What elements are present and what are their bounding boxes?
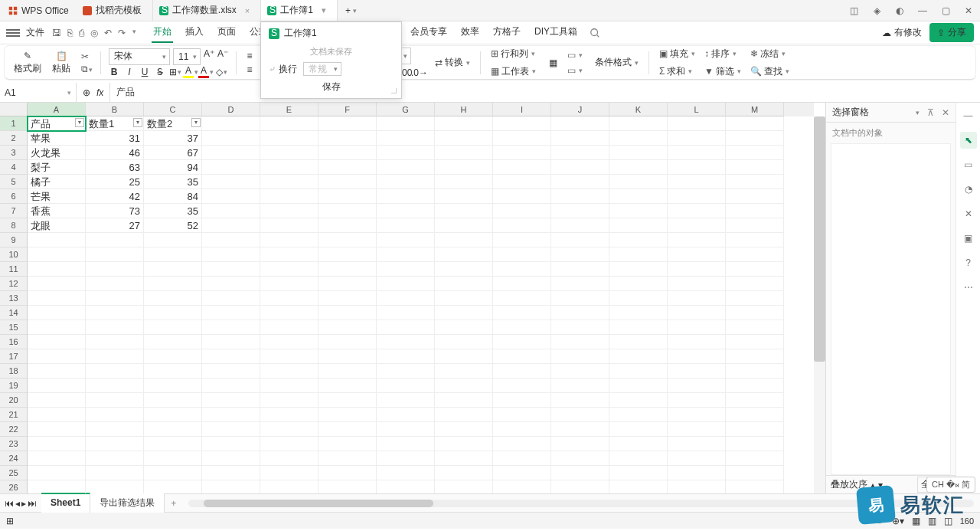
cell[interactable] xyxy=(86,247,144,262)
cell[interactable] xyxy=(318,349,377,364)
cell[interactable] xyxy=(668,233,726,247)
underline-icon[interactable]: U xyxy=(139,67,150,77)
cell[interactable]: 25 xyxy=(86,175,144,189)
cell[interactable] xyxy=(551,146,609,160)
row-header[interactable]: 10 xyxy=(0,247,28,262)
cell[interactable] xyxy=(668,437,726,451)
cell[interactable] xyxy=(377,247,435,262)
row-header[interactable]: 5 xyxy=(0,175,28,189)
cell[interactable] xyxy=(318,116,377,131)
cell[interactable] xyxy=(28,408,86,422)
cell[interactable] xyxy=(609,379,668,393)
cell[interactable] xyxy=(144,233,202,247)
panel-close-icon[interactable]: ✕ xyxy=(942,107,949,118)
cell[interactable] xyxy=(202,437,260,451)
rail-select-icon[interactable]: ⬉ xyxy=(960,132,977,149)
cell[interactable] xyxy=(493,408,551,422)
cell[interactable] xyxy=(86,422,144,437)
sheet-first-icon[interactable]: ⏮ xyxy=(5,498,14,509)
cell[interactable] xyxy=(726,175,784,189)
popup-save-button[interactable]: 保存 xyxy=(261,79,401,95)
comma-icon[interactable]: ,00 xyxy=(400,67,411,78)
cell[interactable] xyxy=(28,451,86,466)
paste-button[interactable]: 📋 粘贴 xyxy=(49,49,74,77)
cell[interactable] xyxy=(551,364,609,379)
column-header[interactable]: D xyxy=(202,103,260,116)
cell[interactable] xyxy=(609,262,668,277)
row-header[interactable]: 23 xyxy=(0,437,28,451)
cell[interactable] xyxy=(86,451,144,466)
cell[interactable] xyxy=(435,349,493,364)
cell-style-button[interactable]: ▭▾ xyxy=(565,48,585,62)
cell[interactable] xyxy=(202,364,260,379)
cell[interactable] xyxy=(377,277,435,291)
cell[interactable]: 37 xyxy=(144,131,202,146)
win-cube-icon[interactable]: ◈ xyxy=(865,0,888,21)
cell[interactable] xyxy=(202,320,260,335)
cell[interactable] xyxy=(726,349,784,364)
qat-more-icon[interactable]: ▾ xyxy=(132,28,136,38)
cell[interactable] xyxy=(318,233,377,247)
cell[interactable] xyxy=(202,233,260,247)
cell[interactable] xyxy=(202,393,260,408)
cell[interactable] xyxy=(260,393,318,408)
cell[interactable] xyxy=(260,408,318,422)
close-icon[interactable]: × xyxy=(245,6,250,15)
cell[interactable] xyxy=(551,320,609,335)
strike-icon[interactable]: S̶ xyxy=(155,67,165,77)
cell[interactable] xyxy=(377,218,435,233)
cell[interactable] xyxy=(318,160,377,175)
cell[interactable] xyxy=(202,451,260,466)
cell[interactable] xyxy=(435,131,493,146)
cell[interactable] xyxy=(144,306,202,320)
cell[interactable] xyxy=(726,204,784,218)
increase-font-icon[interactable]: A⁺ xyxy=(204,48,214,59)
cell[interactable] xyxy=(202,160,260,175)
cell[interactable] xyxy=(726,146,784,160)
cell[interactable] xyxy=(318,379,377,393)
cell[interactable] xyxy=(609,306,668,320)
share-button[interactable]: ⇪ 分享 xyxy=(929,23,974,42)
cell[interactable]: 梨子 xyxy=(28,160,86,175)
row-header[interactable]: 2 xyxy=(0,131,28,146)
cell[interactable] xyxy=(86,379,144,393)
cell[interactable] xyxy=(318,466,377,480)
menu-tab-方格子[interactable]: 方格子 xyxy=(492,22,522,43)
maximize-button[interactable]: ▢ xyxy=(934,0,957,21)
cell[interactable] xyxy=(726,451,784,466)
cell[interactable] xyxy=(551,131,609,146)
cell[interactable] xyxy=(493,189,551,204)
cell[interactable] xyxy=(493,306,551,320)
column-header[interactable]: M xyxy=(726,103,784,116)
cell[interactable] xyxy=(551,204,609,218)
menu-tab-会员专享[interactable]: 会员专享 xyxy=(409,22,449,43)
cell[interactable] xyxy=(202,291,260,306)
cell[interactable] xyxy=(202,466,260,480)
row-header[interactable]: 21 xyxy=(0,408,28,422)
cell[interactable]: 94 xyxy=(144,160,202,175)
align-top-icon[interactable]: ≡ xyxy=(244,51,255,61)
cell[interactable] xyxy=(435,466,493,480)
cell[interactable] xyxy=(551,408,609,422)
cell[interactable] xyxy=(260,364,318,379)
cell[interactable] xyxy=(144,393,202,408)
column-header[interactable]: K xyxy=(609,103,668,116)
cell[interactable] xyxy=(493,116,551,131)
cell[interactable] xyxy=(726,160,784,175)
copy-icon[interactable]: ⧉▾ xyxy=(81,64,93,74)
cell[interactable]: 火龙果 xyxy=(28,146,86,160)
cell[interactable] xyxy=(144,379,202,393)
menu-tab-开始[interactable]: 开始 xyxy=(152,22,173,43)
cell[interactable] xyxy=(144,277,202,291)
popup-wrap-button[interactable]: ⤶换行 xyxy=(269,62,297,76)
row-header[interactable]: 8 xyxy=(0,218,28,233)
cell[interactable] xyxy=(726,466,784,480)
rail-backup-icon[interactable]: ▣ xyxy=(960,230,977,247)
rail-chart-icon[interactable]: ◔ xyxy=(960,181,977,198)
undo-icon[interactable]: ↶ xyxy=(104,28,112,38)
rail-more-icon[interactable]: ⋯ xyxy=(960,279,977,296)
cell[interactable] xyxy=(86,364,144,379)
cell[interactable] xyxy=(377,131,435,146)
cell[interactable] xyxy=(377,306,435,320)
cell[interactable] xyxy=(377,349,435,364)
